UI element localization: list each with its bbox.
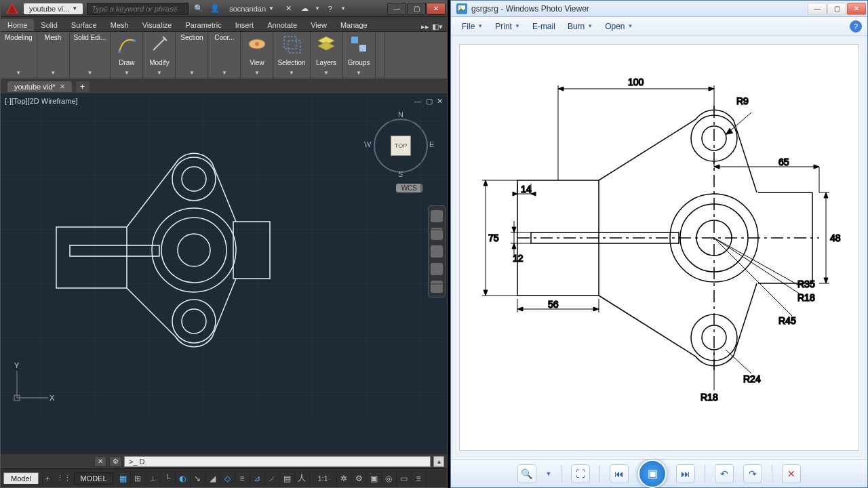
panel-overflow[interactable] [376,32,384,79]
svg-marker-69 [513,192,517,196]
rotate-ccw-button[interactable]: ↶ [715,464,734,483]
toggle-hardware-icon[interactable]: ◎ [382,472,397,485]
help-icon[interactable]: ? [324,3,336,15]
toggle-ortho-icon[interactable]: ◐ [176,472,191,485]
panel-coordinates[interactable]: Coor...▼ [208,32,241,79]
prev-button[interactable]: ⏮ [610,464,629,483]
rotate-cw-button[interactable]: ↷ [743,464,762,483]
svg-marker-79 [517,307,523,311]
svg-point-26 [152,208,236,292]
toggle-lwt-icon[interactable]: ⟋ [265,472,280,485]
ribbon-tab-insert[interactable]: Insert [229,19,261,31]
exchange-icon[interactable]: ✕ [282,3,294,15]
menu-email[interactable]: E-mail [527,20,561,33]
ribbon-tab-annotate[interactable]: Annotate [260,19,304,31]
toggle-snap-icon[interactable]: ⊞ [131,472,146,485]
ribbon-scroll-icon[interactable]: ▸▸ [421,22,429,31]
toggle-iso-icon[interactable]: ◢ [205,472,220,485]
menu-burn[interactable]: Burn▼ [562,20,598,33]
search-icon[interactable]: 🔍 [193,3,205,15]
pv-stage[interactable]: 100 75 [451,36,867,459]
cmd-history-icon[interactable]: ▴ [433,456,444,467]
minimize-button[interactable]: — [387,3,406,15]
close-button[interactable]: ✕ [427,3,446,15]
maximize-button[interactable]: ▢ [407,3,426,15]
panel-section[interactable]: Section▼ [176,32,208,79]
toggle-cycling-icon[interactable]: 人 [295,472,310,485]
status-model-label[interactable]: MODEL [74,472,113,485]
toggle-dyn-icon[interactable]: └ [161,472,176,485]
svg-marker-80 [593,307,599,311]
drawing-viewport[interactable]: [-][Top][2D Wireframe] — ▢ ✕ TOP N S W E… [1,94,447,453]
toggle-clean-icon[interactable]: ▭ [397,472,412,485]
signin-icon[interactable]: 👤 [209,3,221,15]
ribbon-tab-visualize[interactable]: Visualize [136,19,179,31]
ribbon-tab-parametric[interactable]: Parametric [178,19,228,31]
layout-plus-icon[interactable]: + [41,474,54,483]
doc-tab-close-icon[interactable]: ✕ [60,83,65,90]
toggle-3dosnap-icon[interactable]: ≡ [235,472,250,485]
panel-layers[interactable]: Layers▼ [311,32,343,79]
layout-list-icon[interactable]: ⋮⋮ [56,474,71,483]
ribbon-expand-icon[interactable]: ◧▾ [432,22,443,31]
zoom-button[interactable]: 🔍 [517,464,536,483]
chevron-down-icon: ▼ [340,5,346,12]
menu-file[interactable]: File▼ [456,20,488,33]
dim-56: 56 [548,299,559,310]
ribbon-tab-manage[interactable]: Manage [334,19,374,31]
panel-selection[interactable]: Selection▼ [273,32,310,79]
panel-modify[interactable]: Modify▼ [143,32,176,79]
drawing-canvas[interactable] [1,94,448,420]
new-doc-button[interactable]: + [76,81,90,92]
annoscale-icon[interactable]: 1:1 [310,472,337,485]
command-input[interactable] [124,456,431,467]
panel-draw[interactable]: Draw▼ [111,32,143,79]
toggle-gear-icon[interactable]: ✲ [337,472,352,485]
zoom-chevron-icon[interactable]: ▼ [546,470,552,477]
ribbon-tab-surface[interactable]: Surface [64,19,104,31]
ribbon-tab-home[interactable]: Home [1,19,34,31]
cmd-options-icon[interactable]: ⚙ [109,456,121,467]
toggle-otrack-icon[interactable]: ⊿ [250,472,265,485]
fit-button[interactable]: ⛶ [571,464,590,483]
menu-print[interactable]: Print▼ [490,20,526,33]
toggle-infer-icon[interactable]: ⟂ [146,472,161,485]
pv-maximize-button[interactable]: ▢ [827,3,846,15]
slideshow-button[interactable]: ▣ [638,460,667,488]
toggle-osnap-icon[interactable]: ◇ [220,472,235,485]
modify-icon [149,34,170,54]
cloud-icon[interactable]: ☁ [298,3,311,15]
toggle-workspace-icon[interactable]: ⚙ [352,472,367,485]
panel-modeling[interactable]: Modeling▼ [1,32,37,79]
toggle-polar-icon[interactable]: ↘ [191,472,205,485]
ribbon-tab-solid[interactable]: Solid [34,19,64,31]
dim-r24: R24 [743,373,761,384]
toggle-custom-icon[interactable]: ≡ [412,472,427,485]
toggle-grid-icon[interactable]: ▦ [116,472,131,485]
search-input[interactable] [87,3,189,15]
pv-help-icon[interactable]: ? [850,20,862,33]
ribbon-tab-view[interactable]: View [304,19,334,31]
panel-mesh[interactable]: Mesh▼ [37,32,70,79]
toggle-transparency-icon[interactable]: ▤ [280,472,295,485]
drawing-part [56,153,270,347]
doc-tab[interactable]: youtube vid* ✕ [7,81,72,92]
toggle-monitor-icon[interactable]: ▣ [367,472,382,485]
svg-rect-6 [284,37,296,49]
panel-view[interactable]: View▼ [241,32,273,79]
chevron-down-icon: ▼ [315,5,320,12]
drawing-image: 100 75 [459,44,859,451]
panel-solid-edit[interactable]: Solid Edi...▼ [70,32,111,79]
ribbon-tab-mesh[interactable]: Mesh [104,19,136,31]
pv-close-button[interactable]: ✕ [847,3,866,15]
menu-open[interactable]: Open▼ [599,20,638,33]
delete-button[interactable]: ✕ [782,464,801,483]
model-tab[interactable]: Model [3,472,39,484]
qat-doc-title[interactable]: youtube vi... ▼ [24,3,83,14]
cmd-close-icon[interactable]: ✕ [94,456,106,467]
panel-groups[interactable]: Groups▼ [343,32,376,79]
document-tabs: youtube vid* ✕ + [1,79,447,94]
pv-minimize-button[interactable]: — [808,3,827,15]
user-label[interactable]: socnandan▼ [229,5,274,13]
next-button[interactable]: ⏭ [676,464,695,483]
